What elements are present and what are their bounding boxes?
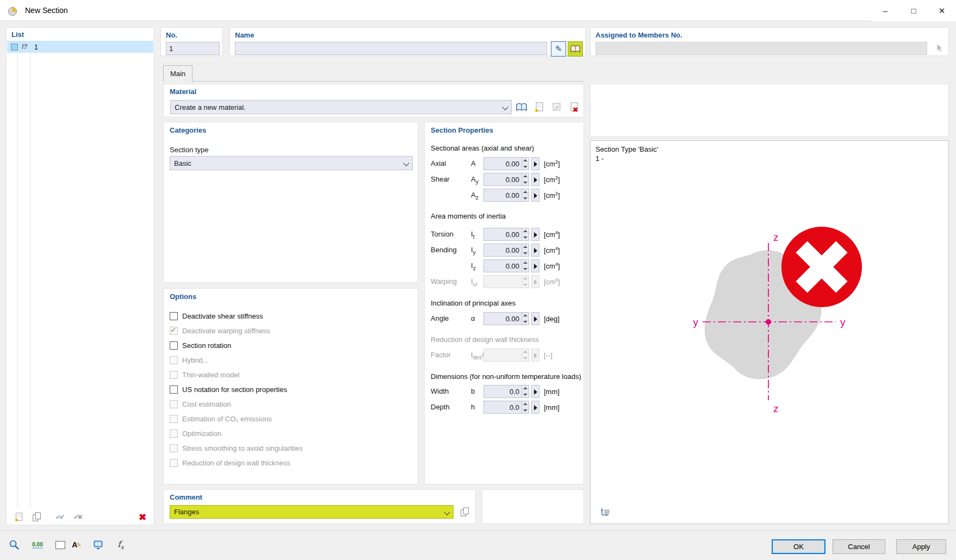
group-title-dimensions: Dimensions (for non-uniform temperature …	[431, 372, 581, 381]
svg-text:★: ★	[14, 517, 19, 522]
delete-all-button[interactable]: ✖	[136, 511, 149, 524]
edit-properties-icon	[551, 101, 563, 113]
property-value-input[interactable]: 0.00	[483, 189, 529, 202]
delete-material-button[interactable]: ✖	[568, 100, 581, 114]
property-value-input[interactable]: 0.00	[483, 228, 529, 241]
option-stress-smoothing: Stress smoothing to avoid singularities	[170, 443, 303, 453]
checkbox	[170, 371, 178, 379]
material-dropdown[interactable]: Create a new material.	[170, 100, 512, 114]
new-item-button[interactable]: ★	[13, 511, 26, 524]
material-group: Material Create a new material. ★	[163, 84, 584, 117]
property-unit: [cm6]	[544, 277, 560, 286]
spinner[interactable]	[522, 158, 529, 170]
property-value-input[interactable]: 0.0	[483, 385, 529, 398]
comment-header: Comment	[170, 493, 202, 501]
property-value-input[interactable]: 0.00	[483, 173, 529, 186]
spinner[interactable]	[522, 260, 529, 272]
step-button[interactable]	[531, 189, 539, 202]
spinner-up-icon	[522, 349, 529, 355]
spinner[interactable]	[522, 244, 529, 256]
name-label: Name	[235, 31, 254, 39]
check-all-button[interactable]: ✔✔	[53, 511, 66, 524]
tab-main-label: Main	[170, 70, 185, 78]
property-value-input[interactable]: 0.00	[483, 157, 529, 170]
edit-name-button[interactable]: ✎	[551, 41, 566, 57]
section-preview-panel: Section Type 'Basic' 1 - y y z z	[590, 140, 949, 524]
property-row-shear-ay: Shear Ay 0.00 [cm2]	[425, 173, 583, 186]
property-value-input[interactable]: 0.0	[483, 401, 529, 414]
list-item[interactable]: I? 1	[7, 41, 153, 53]
name-group: Name ✎	[229, 27, 586, 56]
property-row-angle: Angle α 0.00 [deg]	[425, 312, 583, 325]
name-library-button[interactable]	[568, 41, 583, 57]
find-section-button[interactable]	[7, 538, 21, 552]
maximize-button[interactable]: □	[899, 0, 928, 21]
decimal-places-button[interactable]: 0.00	[30, 538, 45, 552]
rendering-button[interactable]	[91, 538, 105, 552]
step-button[interactable]	[531, 157, 539, 170]
checkbox[interactable]	[170, 341, 178, 350]
spinner-up-icon	[522, 276, 529, 282]
no-input[interactable]	[166, 42, 220, 55]
spinner-up-icon	[522, 401, 529, 407]
spinner[interactable]	[522, 189, 529, 201]
step-button[interactable]	[531, 244, 539, 257]
step-button[interactable]	[531, 312, 539, 325]
checkbox[interactable]	[170, 312, 178, 320]
copy-item-button[interactable]	[30, 511, 44, 524]
pencil-icon: ✎	[555, 44, 562, 54]
property-unit: [deg]	[544, 314, 560, 323]
material-library-button[interactable]	[514, 100, 528, 114]
option-co2-estimation: Estimation of CO₂ emissions	[170, 413, 272, 424]
spinner[interactable]	[522, 401, 529, 413]
copy-comment-button[interactable]	[458, 505, 471, 519]
checkbox	[170, 459, 178, 467]
checkbox-label: Stress smoothing to avoid singularities	[182, 444, 303, 452]
uncheck-all-button[interactable]: ✔✖	[71, 511, 84, 524]
section-type-dropdown[interactable]: Basic	[170, 156, 413, 170]
property-value-input[interactable]: 0.00	[483, 244, 529, 257]
property-value-input	[483, 349, 529, 362]
apply-button[interactable]: Apply	[896, 539, 946, 554]
spinner[interactable]	[522, 385, 529, 397]
spinner	[522, 276, 529, 288]
ok-button[interactable]: OK	[772, 539, 825, 554]
checkbox	[170, 430, 178, 438]
spinner[interactable]	[522, 313, 529, 325]
property-value-input[interactable]: 0.00	[483, 312, 529, 325]
display-icon	[92, 539, 104, 551]
option-deactivate-shear-stiffness[interactable]: Deactivate shear stiffness	[170, 310, 263, 321]
view-settings-button[interactable]	[598, 504, 612, 519]
step-button[interactable]	[531, 385, 539, 398]
comment-dropdown[interactable]: Flanges	[170, 505, 454, 519]
axis-z-label-bottom: z	[773, 403, 779, 414]
font-settings-button[interactable]: A✎	[70, 538, 84, 552]
formula-button[interactable]: fx	[114, 538, 128, 552]
checkbox[interactable]	[170, 385, 178, 394]
step-button[interactable]	[531, 259, 539, 272]
close-button[interactable]: ✕	[928, 0, 956, 21]
spinner[interactable]	[522, 173, 529, 185]
spinner[interactable]	[522, 228, 529, 240]
new-material-button[interactable]: ★	[532, 100, 546, 114]
option-us-notation[interactable]: US notation for section properties	[170, 384, 287, 395]
cancel-button[interactable]: Cancel	[833, 539, 885, 554]
step-button[interactable]	[531, 228, 539, 241]
list-toolbar: ★ ✔✔ ✔✖ ✖	[7, 511, 154, 525]
property-unit: [mm]	[544, 387, 560, 396]
name-input[interactable]	[235, 42, 547, 55]
step-button[interactable]	[531, 173, 539, 186]
chevron-down-icon	[444, 510, 450, 515]
display-color-button[interactable]	[53, 538, 67, 552]
property-value-input[interactable]: 0.00	[483, 259, 529, 272]
tab-main[interactable]: Main	[163, 65, 193, 82]
list-header: List	[11, 30, 24, 39]
option-section-rotation[interactable]: Section rotation	[170, 340, 231, 351]
checkbox-label: Thin-walled model	[182, 371, 240, 379]
property-unit: [cm4]	[544, 230, 560, 239]
minimize-button[interactable]: –	[871, 0, 899, 21]
check-cross-icon: ✔✖	[73, 513, 81, 521]
number-group: No.	[160, 27, 223, 56]
step-button[interactable]	[531, 401, 539, 414]
property-value-input	[483, 275, 529, 288]
